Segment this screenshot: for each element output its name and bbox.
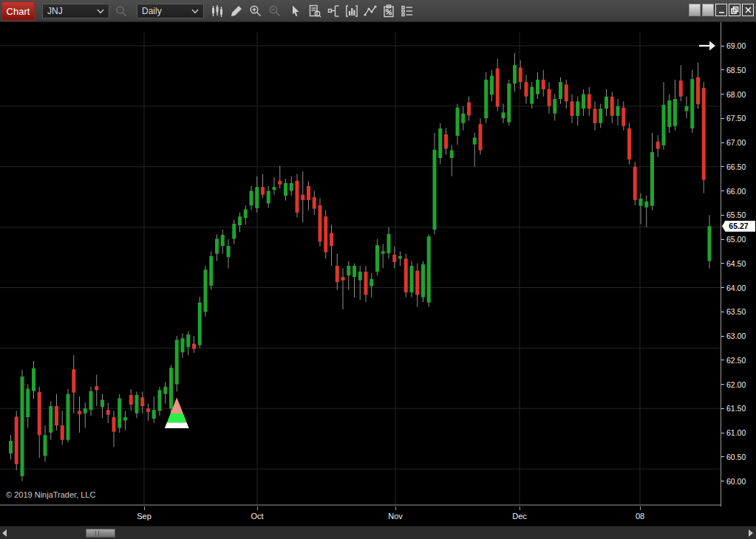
candle[interactable] xyxy=(479,124,483,150)
restore-button[interactable] xyxy=(729,4,740,16)
candle[interactable] xyxy=(576,101,579,116)
candle[interactable] xyxy=(129,395,133,405)
candle[interactable] xyxy=(55,406,58,425)
pencil-icon[interactable] xyxy=(228,2,245,20)
candle[interactable] xyxy=(404,258,408,292)
candle[interactable] xyxy=(599,109,602,123)
scroll-left-icon[interactable] xyxy=(2,529,7,537)
candle[interactable] xyxy=(89,391,93,411)
horizontal-scrollbar[interactable] xyxy=(0,526,756,539)
candle[interactable] xyxy=(112,417,116,432)
candle[interactable] xyxy=(186,334,190,347)
candle[interactable] xyxy=(616,106,620,116)
candle[interactable] xyxy=(633,167,637,200)
candle[interactable] xyxy=(324,216,327,252)
candle[interactable] xyxy=(438,128,442,158)
candle[interactable] xyxy=(78,411,81,415)
time-axis[interactable]: SepOctNovDec08 xyxy=(0,507,756,526)
candle[interactable] xyxy=(44,435,47,456)
candle[interactable] xyxy=(67,394,70,440)
price-axis[interactable]: 65.27 69.0068.5068.0067.5067.0066.5066.0… xyxy=(721,22,756,507)
candle[interactable] xyxy=(490,76,494,95)
candle[interactable] xyxy=(244,209,248,218)
candle[interactable] xyxy=(605,97,608,109)
candle[interactable] xyxy=(473,137,477,144)
candle[interactable] xyxy=(375,245,379,272)
candle[interactable] xyxy=(135,395,139,413)
candle[interactable] xyxy=(347,266,350,275)
interval-combo[interactable]: Daily xyxy=(137,4,204,18)
candle[interactable] xyxy=(250,191,253,206)
candle[interactable] xyxy=(313,197,316,209)
candle[interactable] xyxy=(696,78,700,105)
candle[interactable] xyxy=(392,255,396,262)
candle[interactable] xyxy=(221,235,225,246)
candle[interactable] xyxy=(513,65,517,83)
blank-window-button[interactable] xyxy=(689,4,701,16)
candle[interactable] xyxy=(662,105,666,145)
zoom-in-icon[interactable] xyxy=(247,2,265,20)
candle[interactable] xyxy=(667,100,671,127)
candle[interactable] xyxy=(582,95,585,109)
candle[interactable] xyxy=(26,388,30,417)
candle[interactable] xyxy=(427,236,431,303)
candle[interactable] xyxy=(410,266,414,292)
candle[interactable] xyxy=(175,340,179,384)
candle[interactable] xyxy=(433,150,437,230)
candle[interactable] xyxy=(198,303,202,346)
candle[interactable] xyxy=(387,234,391,253)
candle[interactable] xyxy=(461,114,465,123)
candle[interactable] xyxy=(536,80,539,95)
candle[interactable] xyxy=(101,399,104,407)
candle[interactable] xyxy=(559,82,562,99)
candle[interactable] xyxy=(267,191,270,204)
candle[interactable] xyxy=(548,89,551,106)
candle[interactable] xyxy=(484,80,488,118)
candlestick-plot[interactable] xyxy=(0,22,721,507)
candle[interactable] xyxy=(656,142,660,149)
candle[interactable] xyxy=(456,108,460,136)
candle[interactable] xyxy=(679,80,683,97)
candle[interactable] xyxy=(450,150,454,157)
candle[interactable] xyxy=(685,106,689,111)
candle[interactable] xyxy=(610,97,614,116)
candle[interactable] xyxy=(353,266,356,277)
close-button[interactable] xyxy=(742,4,754,16)
zigzag-icon[interactable] xyxy=(361,2,379,20)
candle[interactable] xyxy=(181,338,185,352)
candle[interactable] xyxy=(370,279,373,286)
scroll-right-icon[interactable] xyxy=(749,529,753,537)
candle[interactable] xyxy=(622,108,625,126)
candle[interactable] xyxy=(336,266,339,282)
candle[interactable] xyxy=(627,128,631,159)
candle[interactable] xyxy=(192,343,196,349)
candle[interactable] xyxy=(542,80,545,89)
candle[interactable] xyxy=(467,103,471,116)
candle[interactable] xyxy=(364,272,368,295)
candle[interactable] xyxy=(38,392,41,435)
candle[interactable] xyxy=(278,181,282,185)
candle[interactable] xyxy=(238,216,242,225)
symbol-combo[interactable]: JNJ xyxy=(42,4,109,18)
candle[interactable] xyxy=(152,410,156,419)
candle[interactable] xyxy=(553,99,556,114)
chart-trader-icon[interactable] xyxy=(325,2,343,20)
candle[interactable] xyxy=(571,101,574,116)
indicators-icon[interactable] xyxy=(343,2,361,20)
candle[interactable] xyxy=(708,226,712,261)
minimize-button[interactable] xyxy=(715,4,727,16)
candle[interactable] xyxy=(307,186,310,200)
data-box-icon[interactable] xyxy=(306,2,324,20)
candle[interactable] xyxy=(358,272,362,281)
candle[interactable] xyxy=(204,270,208,312)
candle[interactable] xyxy=(163,387,167,394)
candle[interactable] xyxy=(61,425,64,440)
candle[interactable] xyxy=(290,183,293,190)
properties-icon[interactable] xyxy=(398,2,416,20)
candle[interactable] xyxy=(215,238,219,253)
candle[interactable] xyxy=(169,368,173,408)
candle[interactable] xyxy=(639,199,643,206)
last-bar-arrow-icon[interactable] xyxy=(698,38,717,53)
candle[interactable] xyxy=(525,82,528,97)
candle[interactable] xyxy=(650,152,654,206)
